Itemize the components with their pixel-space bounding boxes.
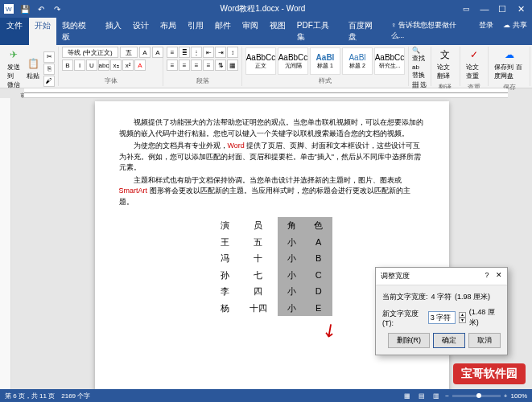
paste-button[interactable]: 📋粘贴 <box>24 55 42 82</box>
watermark: 宝哥软件园 <box>453 363 526 384</box>
tab-references[interactable]: 引用 <box>182 18 209 45</box>
justify-icon[interactable]: ≡ <box>203 59 214 71</box>
table-row: 李四小D <box>212 283 332 300</box>
style-heading2[interactable]: AaBl标题 2 <box>342 47 373 75</box>
paragraph[interactable]: 主题和样式也有助于文档保持协调。当您单击设计并选择新的主题时，图片、图表或 Sm… <box>119 175 425 208</box>
ribbon-options-icon[interactable]: ▭ <box>463 5 470 13</box>
table-row: 演员角色 <box>212 217 332 234</box>
zoom-out-button[interactable]: − <box>445 392 449 400</box>
numbering-icon[interactable]: ≣ <box>179 47 190 58</box>
vertical-ruler[interactable] <box>0 98 11 402</box>
table[interactable]: 演员角色 王五小A 冯十小B 孙七小C 李四小D 杨十四小E <box>212 217 332 316</box>
font-family-select[interactable]: 等线 (中文正文) <box>62 47 118 58</box>
tab-pdf[interactable]: PDF工具集 <box>291 18 343 45</box>
send-wechat-button[interactable]: ✈发送到 微信 <box>5 47 23 91</box>
word-count[interactable]: 2169 个字 <box>61 392 90 400</box>
tab-templates[interactable]: 我的模板 <box>56 18 100 45</box>
grow-font-icon[interactable]: A <box>139 47 151 58</box>
delete-button[interactable]: 删除(R) <box>388 333 431 348</box>
page: 视频提供了功能强大的方法帮助您证明您的观点。当您单击联机视频时，可以在想要添加的… <box>95 101 449 402</box>
current-width-value: 4 字符 <box>431 292 452 302</box>
document-area[interactable]: 视频提供了功能强大的方法帮助您证明您的观点。当您单击联机视频时，可以在想要添加的… <box>11 98 532 402</box>
shrink-font-icon[interactable]: A <box>152 47 163 58</box>
line-spacing-icon[interactable]: ⇅ <box>215 59 226 71</box>
table-row: 王五小A <box>212 234 332 251</box>
undo-icon[interactable]: ↶ <box>35 3 47 14</box>
width-spinner[interactable]: ▴▾ <box>459 312 466 323</box>
style-normal[interactable]: AaBbCc正文 <box>245 47 276 75</box>
copy-icon[interactable]: ⎘ <box>43 64 55 75</box>
tab-design[interactable]: 设计 <box>127 18 155 45</box>
minimize-button[interactable]: — <box>476 4 493 14</box>
horizontal-ruler[interactable] <box>24 88 508 98</box>
subscript-button[interactable]: x₂ <box>110 59 122 71</box>
bullets-icon[interactable]: ≡ <box>167 47 178 58</box>
tab-view[interactable]: 视图 <box>264 18 291 45</box>
tab-layout[interactable]: 布局 <box>155 18 182 45</box>
tab-baidu[interactable]: 百度网盘 <box>343 18 386 45</box>
dialog-title: 调整宽度 <box>381 271 410 281</box>
zoom-slider[interactable] <box>452 395 501 397</box>
window-title: Word教程1.docx - Word <box>221 3 306 14</box>
format-painter-icon[interactable]: 🖌 <box>43 76 55 87</box>
zoom-in-button[interactable]: + <box>504 392 508 400</box>
indent-inc-icon[interactable]: ⇥ <box>215 47 226 58</box>
replace-button[interactable]: ab 替换 <box>412 64 427 80</box>
font-size-select[interactable]: 五 <box>120 47 138 58</box>
new-width-cm: (1.48 厘米) <box>469 307 501 328</box>
style-heading1[interactable]: AaBl标题 1 <box>310 47 340 75</box>
cancel-button[interactable]: 取消 <box>468 333 501 348</box>
shading-icon[interactable]: ▦ <box>227 59 238 71</box>
new-width-label: 新文字宽度(T): <box>382 309 425 327</box>
zoom-level[interactable]: 100% <box>511 392 527 400</box>
check-button[interactable]: ✓论文 查重 <box>464 47 485 82</box>
sort-icon[interactable]: ↕ <box>227 47 238 58</box>
underline-button[interactable]: U <box>86 59 97 71</box>
signin-link[interactable]: 登录 <box>474 18 498 45</box>
indent-dec-icon[interactable]: ⇤ <box>203 47 214 58</box>
style-custom[interactable]: AaBbCc研究生... <box>374 47 405 75</box>
word-icon: W <box>3 3 14 14</box>
maximize-button[interactable]: ☐ <box>494 4 510 14</box>
strike-button[interactable]: abc <box>98 59 109 71</box>
font-color-button[interactable]: A <box>134 59 146 71</box>
dialog-close-icon[interactable]: ✕ <box>496 271 502 279</box>
redo-icon[interactable]: ↷ <box>52 3 63 14</box>
group-styles: 样式 <box>245 76 405 86</box>
find-button[interactable]: 🔍 查找 <box>412 47 427 63</box>
close-button[interactable]: ✕ <box>513 4 529 14</box>
tab-home[interactable]: 开始 <box>29 18 56 45</box>
current-width-cm: (1.98 厘米) <box>455 292 490 302</box>
paragraph[interactable]: 为使您的文档具有专业外观，Word 提供了页眉、页脚、封面和文本框设计，这些设计… <box>119 141 425 174</box>
dialog-help-icon[interactable]: ? <box>485 271 489 279</box>
align-center-icon[interactable]: ≡ <box>179 59 190 71</box>
align-left-icon[interactable]: ≡ <box>167 59 178 71</box>
superscript-button[interactable]: x² <box>122 59 134 71</box>
print-layout-icon[interactable]: ▤ <box>416 390 427 401</box>
tab-mailings[interactable]: 邮件 <box>209 18 237 45</box>
ok-button[interactable]: 确定 <box>433 333 465 348</box>
tab-review[interactable]: 审阅 <box>237 18 264 45</box>
web-layout-icon[interactable]: ▥ <box>431 390 442 401</box>
align-right-icon[interactable]: ≡ <box>191 59 202 71</box>
tab-insert[interactable]: 插入 <box>100 18 127 45</box>
page-indicator[interactable]: 第 6 页，共 11 页 <box>5 392 55 400</box>
paragraph[interactable]: 视频提供了功能强大的方法帮助您证明您的观点。当您单击联机视频时，可以在想要添加的… <box>119 117 425 139</box>
group-font: 字体 <box>62 76 159 86</box>
ribbon-tabs: 文件 开始 我的模板 插入 设计 布局 引用 邮件 审阅 视图 PDF工具集 百… <box>0 18 532 45</box>
bold-button[interactable]: B <box>62 59 73 71</box>
multilevel-icon[interactable]: ⋮ <box>191 47 202 58</box>
baidu-save-button[interactable]: ☁保存到 百度网盘 <box>492 47 526 82</box>
tell-me[interactable]: ♀ 告诉我您想要做什么... <box>386 18 475 45</box>
style-nospacing[interactable]: AaBbCc无间隔 <box>278 47 308 75</box>
tab-file[interactable]: 文件 <box>0 18 29 45</box>
save-icon[interactable]: 💾 <box>19 3 31 14</box>
italic-button[interactable]: I <box>74 59 85 71</box>
read-mode-icon[interactable]: ▦ <box>402 390 413 401</box>
share-button[interactable]: ☁ 共享 <box>498 18 532 45</box>
new-width-input[interactable] <box>428 311 456 324</box>
cut-icon[interactable]: ✂ <box>43 51 55 63</box>
status-bar: 第 6 页，共 11 页 2169 个字 ▦ ▤ ▥ − + 100% <box>0 389 532 402</box>
translate-button[interactable]: 文论文 翻译 <box>435 47 456 82</box>
adjust-width-dialog: 调整宽度 ? ✕ 当前文字宽度: 4 字符 (1.98 厘米) 新文字宽度(T)… <box>375 267 508 355</box>
